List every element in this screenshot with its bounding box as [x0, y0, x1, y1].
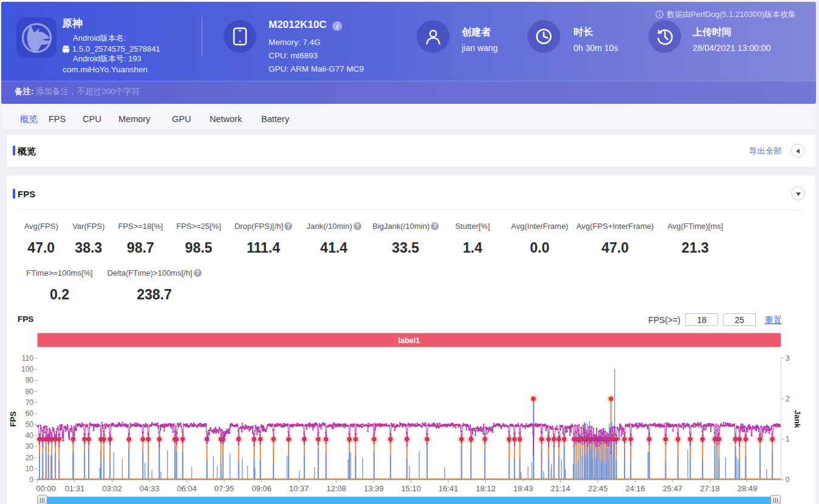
duration-label: 时长	[574, 26, 593, 39]
x-axis-label: 24:16	[625, 484, 645, 493]
metric-value: 98.7	[113, 240, 168, 256]
fps-divider	[18, 209, 801, 210]
help-icon[interactable]: ?	[431, 222, 439, 230]
x-axis-label: 00:00	[36, 484, 56, 493]
fps-threshold-controls: FPS(>=) 重置	[0, 313, 819, 327]
y-axis-label: 30	[26, 442, 34, 451]
tab-overview[interactable]: 概览	[20, 106, 38, 132]
fps-threshold-high-input[interactable]	[723, 313, 756, 326]
metric-avg-fps: Avg(FPS)47.0	[18, 222, 64, 256]
tab-memory[interactable]: Memory	[118, 106, 150, 132]
metric-value: 33.5	[371, 240, 441, 256]
datazoom-right-handle[interactable]	[770, 495, 781, 504]
tab-cpu[interactable]: CPU	[83, 106, 101, 132]
android-build-label: Android版本号: 193	[73, 53, 142, 64]
info-circle-icon	[656, 10, 663, 18]
y-axis-label: 50	[26, 420, 34, 429]
overview-title-bar	[13, 146, 15, 155]
metric-label: Delta(FTime)>100ms[/h]?	[101, 268, 208, 278]
x-axis-label: 15:10	[401, 484, 421, 493]
metric-jank-10min: Jank(/10min)?41.4	[298, 222, 371, 256]
android-version-name-label: Android版本名:	[73, 33, 126, 44]
help-icon[interactable]: ?	[354, 222, 362, 230]
left-axis-name: FPS	[9, 411, 18, 427]
fps-section-title: FPS	[18, 189, 35, 199]
metric-fps-ge-25: FPS>=25[%]98.5	[168, 222, 230, 256]
metric-value: 111.4	[230, 240, 298, 256]
device-icon-circle	[224, 20, 256, 53]
export-all-link[interactable]: 导出全部	[749, 146, 782, 157]
overview-card: 概览 导出全部	[7, 134, 815, 167]
x-axis-label: 19:43	[513, 484, 533, 493]
upload-time-icon-circle	[648, 20, 681, 53]
tab-battery[interactable]: Battery	[261, 106, 289, 132]
tab-gpu[interactable]: GPU	[172, 106, 191, 132]
fps-metrics-row1: Avg(FPS)47.0Var(FPS)38.3FPS>=18[%]98.7FP…	[18, 222, 735, 256]
perfdog-app-logo	[16, 18, 57, 58]
device-info-icon[interactable]: i	[332, 21, 342, 31]
device-model: M2012K10C	[269, 19, 326, 31]
x-axis-label: 07:35	[214, 484, 235, 493]
metric-avg-ftime: Avg(FTime)[ms]21.3	[656, 222, 736, 256]
upload-time-label: 上传时间	[693, 26, 732, 39]
android-version-line: 1.5.0_2574575_2578841	[62, 44, 160, 53]
metric-label: FPS>=25[%]	[168, 222, 230, 231]
metric-label: Avg(FTime)[ms]	[656, 222, 736, 231]
help-icon[interactable]: ?	[284, 222, 292, 230]
fps-collapse-button[interactable]	[791, 186, 805, 200]
collect-info-text: 数据由PerfDog(5.1.210300)版本收集	[667, 9, 796, 20]
y-axis-label: 20	[26, 454, 34, 462]
metric-value: 0.0	[504, 240, 575, 256]
overview-title: 概览	[18, 146, 36, 157]
jank-series-overlap	[39, 422, 772, 480]
datazoom-left-handle[interactable]	[37, 495, 47, 504]
metric-label: Drop(FPS)[/h]?	[230, 222, 298, 231]
fps-chart[interactable]: label10102030405060708090100110012300:00…	[0, 328, 819, 497]
tab-network[interactable]: Network	[210, 106, 242, 132]
fps-threshold-label: FPS(>=)	[634, 315, 680, 325]
metric-avg-fps-interframe: Avg(FPS+InterFrame)47.0	[575, 222, 656, 256]
fps-threshold-low-input[interactable]	[685, 313, 718, 326]
note-bar: 备注: 添加备注，不超过200个字符	[1, 81, 816, 104]
creator-label: 创建者	[462, 26, 491, 39]
fps-title-bar	[13, 189, 15, 199]
metric-ftime-ge-100ms: FTime>=100ms[%]0.2	[18, 268, 101, 303]
metric-label: Jank(/10min)?	[298, 222, 371, 231]
metric-var-fps: Var(FPS)38.3	[64, 222, 114, 256]
y-axis-label: 60	[26, 409, 34, 418]
x-axis-label: 27:18	[700, 484, 720, 493]
help-icon[interactable]: ?	[194, 269, 202, 277]
android-version-value: 1.5.0_2574575_2578841	[72, 44, 160, 53]
y-axis-label: 90	[26, 376, 34, 384]
datazoom-slider[interactable]	[37, 497, 781, 504]
y-axis-label: 80	[26, 387, 34, 396]
note-input[interactable]: 添加备注，不超过200个字符	[36, 86, 704, 97]
metric-label: Avg(InterFrame)	[504, 222, 575, 231]
x-axis-label: 01:31	[65, 484, 85, 493]
metric-value: 238.7	[101, 287, 208, 303]
app-name: 原神	[62, 16, 83, 30]
metric-label: BigJank(/10min)?	[371, 222, 441, 231]
x-axis-label: 16:41	[439, 484, 459, 493]
y2-axis-label: 2	[786, 395, 790, 403]
tab-fps[interactable]: FPS	[49, 106, 66, 132]
tabbar: 概览 FPS CPU Memory GPU Network Battery	[1, 104, 816, 131]
x-axis-label: 06:04	[177, 484, 197, 493]
overview-collapse-button[interactable]	[791, 144, 805, 158]
y-axis-label: 100	[21, 365, 33, 373]
collect-info: 数据由PerfDog(5.1.210300)版本收集	[656, 9, 796, 19]
x-axis-label: 09:06	[252, 484, 272, 493]
metric-value: 21.3	[656, 240, 736, 256]
metric-value: 47.0	[18, 240, 64, 256]
y-axis-label: 10	[26, 465, 34, 473]
collapse-left-icon	[796, 149, 800, 154]
header: 原神 Android版本名: 1.5.0_2574575_2578841 And…	[1, 2, 816, 104]
metric-avg-interframe: Avg(InterFrame)0.0	[504, 222, 575, 256]
collapse-down-icon	[796, 192, 801, 196]
wolf-logo-icon	[21, 22, 53, 54]
creator-value: jian wang	[462, 43, 498, 53]
metric-value: 1.4	[441, 240, 505, 256]
y-axis-label: 40	[26, 431, 34, 440]
metric-drop-fps: Drop(FPS)[/h]?111.4	[230, 222, 298, 256]
reset-link[interactable]: 重置	[765, 315, 782, 326]
